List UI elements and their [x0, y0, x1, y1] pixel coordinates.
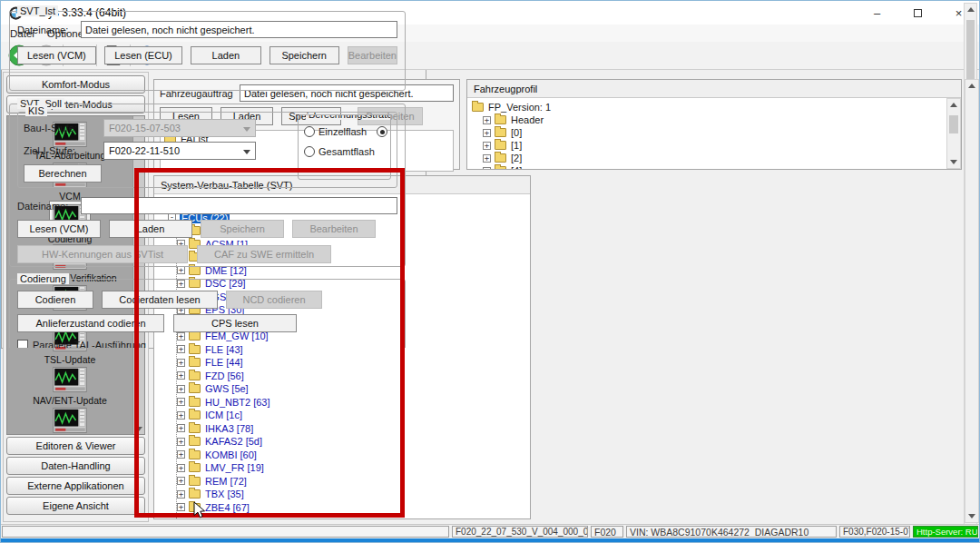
- expand-icon[interactable]: +: [177, 490, 185, 499]
- folder-icon: [495, 115, 506, 124]
- profil-node-label: [0]: [511, 127, 522, 138]
- ziel-i-stufe-label: Ziel-I-Stufe:: [24, 145, 103, 156]
- status-istufe-segment: F020_22_07_530_V_004_000_000: [452, 526, 588, 538]
- sidebar-bottom-button[interactable]: Editoren & Viewer: [6, 437, 145, 455]
- expand-icon[interactable]: +: [177, 411, 185, 420]
- svt-ecu-node[interactable]: + KOMBI [60]: [159, 449, 530, 462]
- sidebar-bottom-button[interactable]: Externe Applikationen: [6, 477, 145, 495]
- expand-icon[interactable]: +: [177, 503, 185, 511]
- ist-lesen-ecu-button[interactable]: Lesen (ECU): [104, 46, 183, 64]
- svt-ecu-node[interactable]: + KAFAS2 [5d]: [159, 435, 530, 449]
- ziel-i-stufe-select[interactable]: F020-22-11-510: [103, 142, 256, 160]
- ecu-label: IHKA3 [78]: [205, 423, 253, 434]
- expand-icon[interactable]: +: [483, 154, 491, 163]
- expand-icon[interactable]: +: [177, 464, 185, 472]
- berechnen-button[interactable]: Berechnen: [24, 164, 102, 183]
- folder-icon: [189, 266, 201, 275]
- ist-laden-button[interactable]: Laden: [191, 46, 260, 64]
- window-bottom-border: [1, 538, 979, 543]
- ist-speichern-button[interactable]: Speichern: [270, 46, 339, 64]
- folder-icon: [495, 141, 506, 150]
- expand-icon[interactable]: +: [483, 142, 491, 150]
- expand-icon[interactable]: +: [177, 398, 185, 406]
- ncd-codieren-button: NCD codieren: [226, 291, 322, 309]
- soll-lesen-vcm-button[interactable]: Lesen (VCM): [17, 220, 101, 238]
- expand-icon[interactable]: +: [177, 438, 185, 446]
- cps-lesen-button[interactable]: CPS lesen: [173, 314, 297, 332]
- anlieferzustand-button[interactable]: Anlieferzustand codieren: [17, 314, 164, 332]
- ist-bearbeiten-button: Bearbeiten: [348, 46, 397, 64]
- profil-node[interactable]: + [2]: [472, 152, 961, 164]
- expand-icon[interactable]: +: [177, 450, 185, 459]
- scroll-up-icon[interactable]: [968, 84, 975, 88]
- expand-icon[interactable]: +: [177, 266, 185, 274]
- outer-scrollbar[interactable]: [965, 79, 979, 523]
- svt-ecu-node[interactable]: + REM [72]: [159, 475, 530, 489]
- sidebar-mode[interactable]: NAV/ENT-Update: [7, 365, 132, 406]
- svt-ecu-node[interactable]: + FZD [56]: [159, 370, 530, 383]
- maximize-button[interactable]: [897, 1, 938, 25]
- parallele-tal-label: Parallele TAL-Ausführung: [33, 340, 146, 349]
- status-series-segment: F020: [591, 526, 623, 538]
- chevron-down-icon: [243, 150, 250, 154]
- svt-ecu-node[interactable]: + GWS [5e]: [159, 382, 530, 396]
- expand-icon[interactable]: +: [177, 359, 185, 367]
- scroll-down-icon[interactable]: [950, 160, 957, 164]
- svt-ecu-node[interactable]: + HU_NBT2 [63]: [159, 396, 530, 410]
- minimize-button[interactable]: –: [857, 1, 897, 25]
- folder-icon: [189, 437, 201, 446]
- codierung-legend: Codierung: [17, 273, 69, 284]
- radio-icon: [304, 146, 315, 157]
- svt-soll-dateiname-input[interactable]: [81, 197, 397, 214]
- kis-group: KIS Bau-I-Stufe: F020-15-07-503 Ziel-I-S…: [17, 112, 397, 188]
- svt-ecu-node[interactable]: + TBX [35]: [159, 488, 530, 501]
- expand-icon[interactable]: +: [483, 116, 491, 124]
- svt-ist-dateiname-input[interactable]: [81, 21, 397, 38]
- svt-soll-group: SVT_Soll KIS Bau-I-Stufe: F020-15-07-503: [9, 104, 406, 267]
- svt-ecu-node[interactable]: + ICM [1c]: [159, 409, 530, 422]
- svt-ecu-node[interactable]: + FLE [44]: [159, 356, 530, 370]
- sidebar-mode[interactable]: [7, 406, 132, 435]
- ecu-label: REM [72]: [205, 476, 247, 487]
- profil-root[interactable]: FP_Version: 1: [472, 101, 961, 114]
- soll-laden-button[interactable]: Laden: [109, 220, 192, 238]
- folder-icon: [189, 463, 201, 472]
- svt-ecu-node[interactable]: + LMV_FR [19]: [159, 461, 530, 475]
- expand-icon[interactable]: +: [177, 424, 185, 432]
- status-bar: F020_22_07_530_V_004_000_000 F020 VIN: W…: [1, 524, 979, 538]
- ecu-label: TBX [35]: [205, 489, 244, 499]
- profil-node[interactable]: + [1]: [472, 139, 961, 152]
- expand-icon[interactable]: +: [483, 129, 491, 137]
- sidebar-bottom-button[interactable]: Eigene Ansicht: [6, 497, 145, 515]
- montagefortschritt-radio[interactable]: Montagefortsc: [377, 126, 391, 137]
- hw-kennungen-button: HW-Kennungen aus SVTist: [17, 245, 188, 263]
- svt-ecu-node[interactable]: + IHKA3 [78]: [159, 422, 530, 436]
- expand-icon[interactable]: +: [177, 371, 185, 380]
- gesamtflash-radio[interactable]: Gesamtflash: [304, 146, 377, 157]
- profil-node[interactable]: + [4]: [472, 164, 961, 169]
- scroll-up-icon[interactable]: [950, 103, 957, 107]
- checkbox-icon[interactable]: [17, 340, 28, 349]
- expand-icon[interactable]: +: [177, 477, 185, 485]
- scroll-thumb[interactable]: [949, 115, 958, 133]
- profil-node-label: [1]: [511, 140, 522, 151]
- expand-icon[interactable]: +: [483, 167, 491, 170]
- codierdaten-lesen-button[interactable]: Codierdaten lesen: [102, 291, 218, 309]
- berechnungsstrategie-group: Berechnungsstrategie Einzelflash Montage…: [298, 114, 391, 180]
- fahrzeugprofil-scrollbar[interactable]: [946, 98, 961, 169]
- profil-node[interactable]: + Header: [472, 114, 961, 126]
- profil-node-label: Header: [511, 114, 544, 125]
- codieren-button[interactable]: Codieren: [17, 291, 93, 309]
- profil-node[interactable]: + [0]: [472, 126, 961, 139]
- expand-icon[interactable]: +: [177, 385, 185, 393]
- einzelflash-radio[interactable]: Einzelflash: [304, 126, 377, 137]
- chevron-down-icon: [243, 127, 250, 132]
- fahrzeugprofil-panel: Fahrzeugprofil FP_Version: 1 + Header +: [466, 79, 962, 170]
- svt-ecu-node[interactable]: + ZBE4 [67]: [159, 501, 530, 515]
- sidebar-bottom-button[interactable]: Daten-Handling: [6, 457, 145, 475]
- scroll-down-icon[interactable]: [135, 427, 142, 431]
- folder-icon: [189, 489, 201, 499]
- ist-lesen-vcm-button[interactable]: Lesen (VCM): [17, 46, 96, 64]
- soll-bearbeiten-button: Bearbeiten: [292, 220, 376, 238]
- scroll-down-icon[interactable]: [968, 514, 975, 518]
